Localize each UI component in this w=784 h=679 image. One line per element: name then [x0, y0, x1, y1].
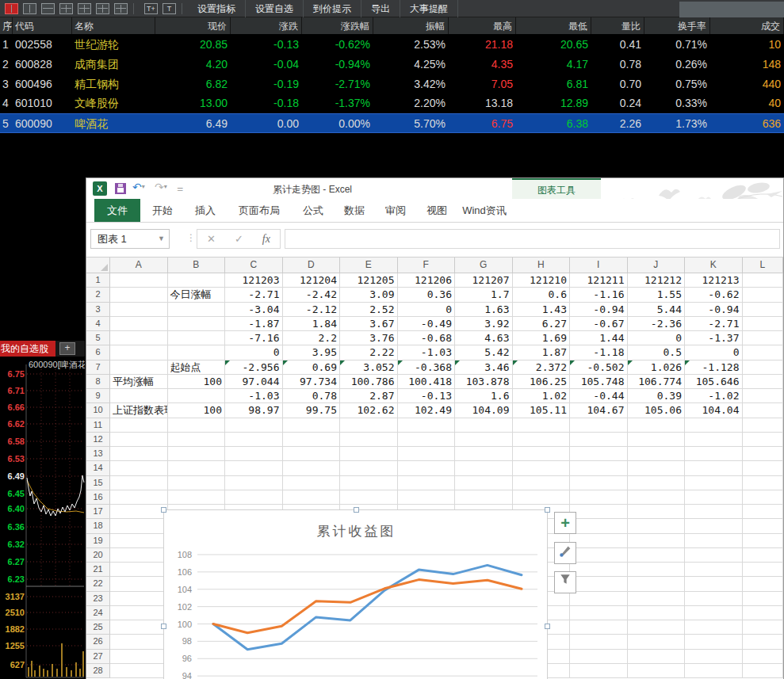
row-header-26[interactable]: 26	[86, 635, 110, 649]
cell-K26[interactable]	[685, 635, 743, 649]
cell-F7[interactable]: -0.368	[398, 360, 456, 375]
stock-cell[interactable]: -0.18	[231, 93, 302, 113]
row-header-12[interactable]: 12	[86, 433, 110, 447]
enter-formula-icon[interactable]: ✓	[235, 233, 243, 245]
cell-F4[interactable]: -0.49	[398, 317, 456, 331]
cell-D16[interactable]	[283, 490, 341, 505]
cell-K17[interactable]	[685, 505, 743, 519]
cell-D5[interactable]: 2.2	[283, 331, 341, 345]
cell-B6[interactable]	[168, 345, 226, 360]
cell-I21[interactable]	[570, 563, 628, 577]
insert-function-icon[interactable]: fx	[262, 233, 270, 246]
cell-A11[interactable]	[110, 418, 168, 433]
cell-L16[interactable]	[743, 490, 784, 505]
row-header-18[interactable]: 18	[86, 519, 110, 533]
add-chart-element-button[interactable]: +	[554, 512, 576, 534]
cell-J18[interactable]	[628, 519, 686, 533]
stock-cell[interactable]: 600828	[13, 55, 72, 74]
cell-A15[interactable]	[110, 476, 168, 490]
cell-L3[interactable]	[743, 303, 784, 317]
cell-I10[interactable]: 104.67	[570, 403, 628, 418]
stock-cell[interactable]: 0.24	[591, 93, 644, 113]
cell-K12[interactable]	[685, 433, 743, 447]
cell-F14[interactable]	[398, 461, 456, 475]
stock-cell[interactable]: 0.75%	[644, 74, 710, 94]
cell-G10[interactable]: 104.09	[455, 403, 513, 418]
chart-resize-handle[interactable]	[545, 507, 550, 513]
cell-G15[interactable]	[455, 476, 513, 490]
cell-J1[interactable]: 121212	[628, 273, 686, 288]
cell-D8[interactable]: 97.734	[283, 375, 341, 389]
cell-L4[interactable]	[743, 317, 784, 331]
cell-A24[interactable]	[110, 606, 168, 620]
cell-J19[interactable]	[628, 534, 686, 548]
stock-cell[interactable]: -0.04	[231, 55, 302, 74]
cell-B12[interactable]	[168, 433, 226, 447]
stock-cell[interactable]: -0.19	[231, 74, 302, 94]
stock-column-header[interactable]: 代码	[13, 17, 72, 34]
cell-L11[interactable]	[743, 418, 784, 433]
cell-I11[interactable]	[570, 418, 628, 433]
toolbar-button[interactable]: 导出	[361, 0, 400, 17]
cell-I24[interactable]	[570, 606, 628, 620]
cell-D4[interactable]: 1.84	[283, 317, 341, 331]
cell-I15[interactable]	[570, 476, 628, 490]
stock-cell[interactable]: 6.49	[155, 114, 231, 132]
cell-G6[interactable]: 5.42	[455, 345, 513, 360]
cell-B16[interactable]	[168, 490, 226, 505]
cell-D2[interactable]: -2.42	[283, 288, 341, 302]
cell-K20[interactable]	[685, 548, 743, 563]
stock-cell[interactable]: 600496	[13, 74, 72, 94]
cell-B8[interactable]: 100	[168, 375, 226, 389]
stock-cell[interactable]: 成商集团	[72, 55, 155, 74]
name-box-dropdown-icon[interactable]: ▼	[158, 230, 165, 248]
cell-C12[interactable]	[225, 433, 283, 447]
cell-B1[interactable]	[168, 273, 226, 288]
cell-I16[interactable]	[570, 490, 628, 505]
stock-column-header[interactable]: 量比	[591, 17, 644, 34]
cell-K21[interactable]	[685, 563, 743, 577]
cell-L2[interactable]	[743, 288, 784, 302]
stock-column-header[interactable]: 最低	[516, 17, 591, 34]
cell-A25[interactable]	[110, 620, 168, 635]
stock-column-header[interactable]: 名称	[72, 17, 155, 34]
cell-F10[interactable]: 102.49	[398, 403, 456, 418]
cell-B11[interactable]	[168, 418, 226, 433]
cell-H8[interactable]: 106.25	[513, 375, 571, 389]
column-header-I[interactable]: I	[570, 257, 628, 273]
cell-K5[interactable]: -1.37	[685, 331, 743, 345]
layout-grid-icon[interactable]	[114, 3, 128, 14]
cell-K18[interactable]	[685, 519, 743, 533]
cell-E5[interactable]: 3.76	[340, 331, 398, 345]
cell-L23[interactable]	[743, 592, 784, 606]
stock-cell[interactable]: 6.81	[516, 74, 591, 94]
column-header-D[interactable]: D	[283, 257, 341, 273]
cell-A26[interactable]	[110, 635, 168, 649]
cell-K1[interactable]: 121213	[685, 273, 743, 288]
cell-I1[interactable]: 121211	[570, 273, 628, 288]
stock-cell[interactable]: -0.62%	[302, 35, 373, 55]
cell-K4[interactable]: -2.71	[685, 317, 743, 331]
cell-I9[interactable]: -0.44	[570, 389, 628, 403]
cell-L24[interactable]	[743, 606, 784, 620]
row-header-8[interactable]: 8	[86, 375, 110, 389]
cell-L25[interactable]	[743, 620, 784, 635]
cell-B5[interactable]	[168, 331, 226, 345]
row-header-23[interactable]: 23	[86, 592, 110, 606]
stock-cell[interactable]: 6.38	[516, 114, 591, 132]
cell-H14[interactable]	[513, 461, 571, 475]
cell-E8[interactable]: 100.786	[340, 375, 398, 389]
cell-A28[interactable]	[110, 664, 168, 678]
chart-resize-handle[interactable]	[161, 507, 166, 513]
stock-cell[interactable]: 601010	[13, 93, 72, 113]
stock-cell[interactable]: 12.89	[516, 93, 591, 113]
cell-C6[interactable]: 0	[225, 345, 283, 360]
row-header-21[interactable]: 21	[86, 563, 110, 577]
cell-G1[interactable]: 121207	[455, 273, 513, 288]
stock-row[interactable]: 5600090啤酒花6.490.000.00%5.70%6.756.382.26…	[0, 113, 784, 133]
row-header-1[interactable]: 1	[86, 273, 110, 288]
toolbar-button[interactable]: 设置指标	[188, 0, 246, 17]
cell-I8[interactable]: 105.748	[570, 375, 628, 389]
stock-cell[interactable]: 4.20	[155, 55, 231, 74]
row-header-3[interactable]: 3	[86, 303, 110, 317]
